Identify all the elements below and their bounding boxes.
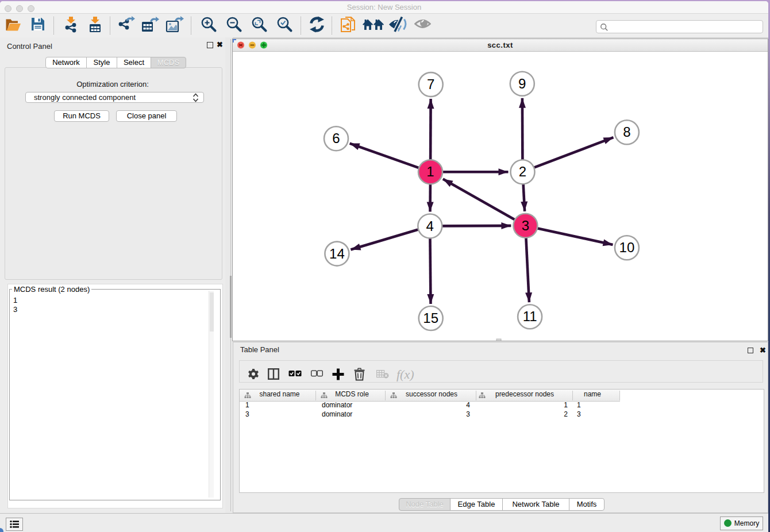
svg-text:14: 14 (329, 246, 345, 261)
svg-text:15: 15 (423, 310, 438, 326)
svg-text:11: 11 (523, 309, 537, 324)
svg-text:2: 2 (519, 164, 526, 179)
svg-text:4: 4 (426, 218, 434, 234)
svg-text:3: 3 (522, 218, 529, 233)
svg-text:10: 10 (619, 240, 635, 255)
svg-text:6: 6 (332, 130, 340, 146)
svg-text:8: 8 (623, 124, 630, 140)
svg-text:9: 9 (518, 76, 526, 91)
svg-text:1: 1 (426, 164, 434, 179)
svg-text:7: 7 (427, 76, 434, 92)
